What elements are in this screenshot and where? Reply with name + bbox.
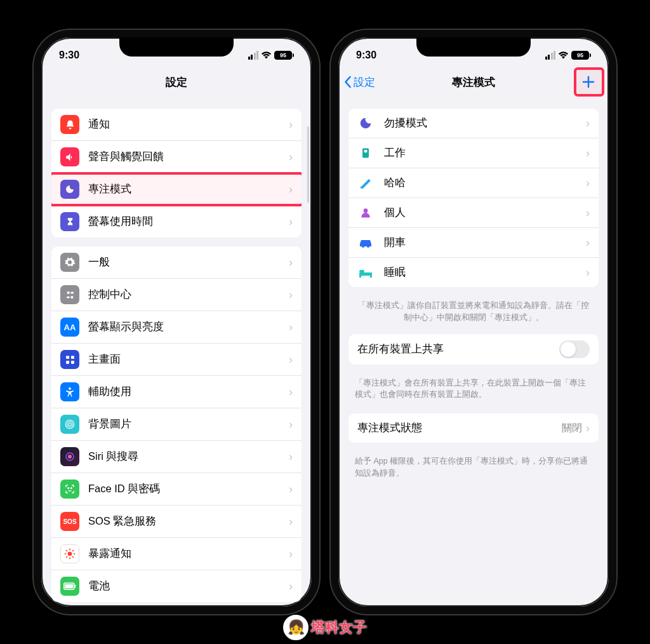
chevron-icon: › [289,353,293,366]
svg-rect-33 [359,276,361,278]
row-label: 工作 [384,146,586,160]
svg-point-9 [69,423,72,426]
row-notifications[interactable]: 通知 › [51,109,302,141]
settings-group-notifications: 通知 › 聲音與觸覺回饋 › 專注模式 › [51,109,302,238]
chevron-icon: › [289,418,293,431]
cellular-icon [248,51,259,60]
chevron-icon: › [289,215,293,229]
wifi-icon [558,51,569,60]
row-label: 控制中心 [88,288,289,302]
chevron-icon: › [289,386,293,399]
row-focus-status[interactable]: 專注模式狀態 關閉 › [348,413,599,443]
hourglass-icon [60,212,79,231]
row-siri[interactable]: Siri 與搜尋 › [51,441,302,473]
svg-rect-31 [359,272,372,276]
chevron-icon: › [586,236,590,250]
svg-rect-34 [370,276,372,278]
row-faceid[interactable]: Face ID 與密碼 › [51,473,302,506]
settings-scroll[interactable]: 通知 › 聲音與觸覺回饋 › 專注模式 › [41,97,312,607]
share-toggle[interactable] [559,340,590,358]
svg-point-15 [71,488,72,489]
row-label: 專注模式 [88,182,289,196]
row-label: 主畫面 [88,352,289,366]
row-label: 在所有裝置上共享 [357,342,559,356]
badge-icon [357,145,374,161]
notch [416,37,531,57]
row-personal[interactable]: 個人 › [348,198,599,228]
watermark: 👧 塔科女子 [283,615,367,640]
status-indicators: 95 [248,51,295,60]
chevron-icon: › [586,177,590,190]
home-icon [60,350,79,369]
row-label: Siri 與搜尋 [88,450,289,464]
share-section: 在所有裝置上共享 [348,334,599,365]
scrollbar[interactable] [307,126,309,203]
back-label: 設定 [354,75,375,90]
exposure-icon [60,544,79,563]
add-focus-button[interactable] [574,68,602,96]
row-label: 電池 [88,579,289,593]
row-label: 勿擾模式 [384,116,586,130]
notch [119,37,234,57]
svg-point-16 [68,552,72,556]
cellular-icon [545,51,556,60]
row-share-devices[interactable]: 在所有裝置上共享 [348,334,599,365]
battery-icon [60,577,79,596]
svg-rect-1 [70,292,74,293]
row-accessibility[interactable]: 輔助使用 › [51,376,302,408]
chevron-icon: › [289,321,293,334]
row-label: 背景圖片 [88,417,289,431]
battery-icon: 95 [274,51,294,60]
chevron-icon: › [289,118,293,131]
row-label: 專注模式狀態 [357,421,562,435]
wallpaper-icon [60,415,79,434]
row-label: 一般 [88,255,289,269]
row-display[interactable]: AA 螢幕顯示與亮度 › [51,311,302,344]
control-icon [60,285,79,304]
battery-level: 95 [274,51,292,60]
nav-bar: 設定 [41,67,312,97]
svg-point-0 [67,291,69,293]
chevron-icon: › [289,256,293,269]
svg-rect-7 [70,360,74,363]
row-dnd[interactable]: 勿擾模式 › [348,109,599,138]
row-driving[interactable]: 開車 › [348,228,599,258]
svg-point-14 [68,488,69,489]
row-label: 開車 [384,236,586,250]
row-control-center[interactable]: 控制中心 › [51,279,302,311]
row-battery[interactable]: 電池 › [51,570,302,602]
row-exposure[interactable]: 暴露通知 › [51,538,302,570]
svg-point-13 [68,455,72,459]
row-sleep[interactable]: 睡眠 › [348,258,599,287]
row-screentime[interactable]: 螢幕使用時間 › [51,206,302,238]
svg-rect-32 [359,270,364,272]
row-label: 輔助使用 [88,385,289,399]
moon-icon [357,115,374,131]
row-sos[interactable]: SOS SOS 緊急服務 › [51,506,302,538]
row-work[interactable]: 工作 › [348,138,599,168]
chevron-icon: › [586,206,590,220]
display-icon: AA [60,318,79,337]
focus-scroll[interactable]: 勿擾模式 › 工作 › 哈哈 › 個人 [338,97,609,607]
chevron-icon: › [289,183,293,196]
footer-modes-desc: 「專注模式」讓你自訂裝置並將來電和通知設為靜音。請在「控制中心」中開啟和關閉「專… [338,296,609,325]
svg-rect-4 [66,356,69,359]
chevron-icon: › [586,266,590,279]
row-sounds[interactable]: 聲音與觸覺回饋 › [51,141,302,173]
sound-icon [60,147,79,166]
row-focus[interactable]: 專注模式 › [51,173,302,206]
row-general[interactable]: 一般 › [51,246,302,279]
back-button[interactable]: 設定 [343,75,375,90]
row-haha[interactable]: 哈哈 › [348,168,599,198]
row-homescreen[interactable]: 主畫面 › [51,344,302,376]
row-value: 關閉 [562,422,582,435]
row-label: Face ID 與密碼 [88,482,289,496]
gear-icon [60,253,79,272]
row-wallpaper[interactable]: 背景圖片 › [51,408,302,441]
svg-rect-3 [66,296,69,298]
row-label: 螢幕使用時間 [88,215,289,229]
row-label: 哈哈 [384,176,586,190]
nav-bar: 設定 專注模式 [338,67,609,97]
car-icon [357,234,374,251]
svg-point-10 [67,422,73,427]
